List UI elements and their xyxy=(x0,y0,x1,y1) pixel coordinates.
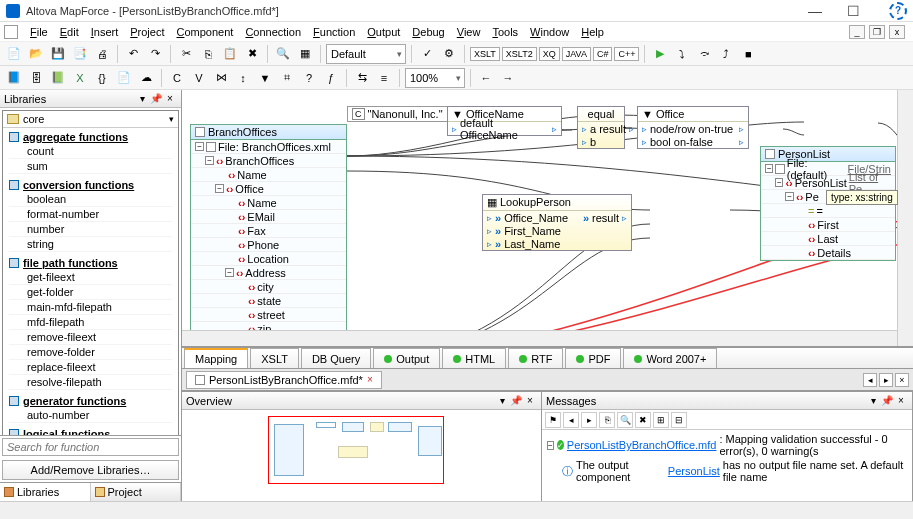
maptab-xslt[interactable]: XSLT xyxy=(250,348,299,368)
insert-db-icon[interactable]: 🗄 xyxy=(26,68,46,88)
msg-expand-icon[interactable]: ⊞ xyxy=(653,412,669,428)
tree-row[interactable]: −File: BranchOffices.xml xyxy=(191,140,346,154)
menu-file[interactable]: File xyxy=(24,24,54,40)
mapping-canvas[interactable]: C "Nanonull, Inc." BranchOffices −File: … xyxy=(182,90,913,347)
expand-icon[interactable]: − xyxy=(765,164,773,173)
insert-edi-icon[interactable]: 📗 xyxy=(48,68,68,88)
function-lookupperson[interactable]: ▦LookupPerson ▹»Office_Name» result▹ ▹»F… xyxy=(482,194,632,251)
msg-prev-icon[interactable]: ◂ xyxy=(563,412,579,428)
menu-output[interactable]: Output xyxy=(361,24,406,40)
open-icon[interactable]: 📂 xyxy=(26,44,46,64)
mdi-close-button[interactable]: x xyxy=(889,25,905,39)
find-icon[interactable]: 🔍 xyxy=(273,44,293,64)
msg-filter-icon[interactable]: ⚑ xyxy=(545,412,561,428)
tree-row[interactable]: ‹›Name xyxy=(191,196,346,210)
panel-close-icon[interactable]: × xyxy=(163,92,177,106)
library-function-item[interactable]: boolean xyxy=(9,192,172,207)
overview-canvas[interactable] xyxy=(182,410,541,501)
library-group-header[interactable]: generator functions xyxy=(9,394,172,408)
insert-filter-icon[interactable]: ▼ xyxy=(255,68,275,88)
maptab-mapping[interactable]: Mapping xyxy=(184,348,248,368)
menu-insert[interactable]: Insert xyxy=(85,24,125,40)
menu-function[interactable]: Function xyxy=(307,24,361,40)
lang-c++-button[interactable]: C++ xyxy=(614,47,639,61)
back-icon[interactable]: ← xyxy=(476,68,496,88)
validate-icon[interactable]: ✓ xyxy=(417,44,437,64)
tree-row[interactable]: −‹›BranchOffices xyxy=(191,154,346,168)
panel-close-icon[interactable]: × xyxy=(523,394,537,408)
tree-row[interactable]: −‹›Office xyxy=(191,182,346,196)
generate-icon[interactable]: ⚙ xyxy=(439,44,459,64)
pin-icon[interactable]: ▾ xyxy=(866,394,880,408)
tree-row[interactable]: ‹›Name xyxy=(191,168,346,182)
mdi-minimize-button[interactable]: _ xyxy=(849,25,865,39)
library-function-item[interactable]: mfd-filepath xyxy=(9,315,172,330)
project-tab[interactable]: Project xyxy=(91,483,182,501)
tab-close-button[interactable]: × xyxy=(895,373,909,387)
menu-view[interactable]: View xyxy=(451,24,487,40)
tree-row[interactable]: == xyxy=(761,204,895,218)
insert-if-icon[interactable]: ? xyxy=(299,68,319,88)
lang-java-button[interactable]: JAVA xyxy=(562,47,591,61)
undo-icon[interactable]: ↶ xyxy=(123,44,143,64)
library-group-header[interactable]: file path functions xyxy=(9,256,172,270)
menu-project[interactable]: Project xyxy=(124,24,170,40)
paste-icon[interactable]: 📋 xyxy=(220,44,240,64)
delete-icon[interactable]: ✖ xyxy=(242,44,262,64)
tree-row[interactable]: ‹›First xyxy=(761,218,895,232)
debug-over-icon[interactable]: ⤼ xyxy=(694,44,714,64)
panel-close-icon[interactable]: × xyxy=(894,394,908,408)
library-function-item[interactable]: main-mfd-filepath xyxy=(9,300,172,315)
autohide-icon[interactable]: 📌 xyxy=(509,394,523,408)
new-icon[interactable]: 📄 xyxy=(4,44,24,64)
message-link[interactable]: PersonListByBranchOffice.mfd xyxy=(567,439,717,451)
component-branchoffices[interactable]: BranchOffices −File: BranchOffices.xml−‹… xyxy=(190,124,347,347)
maximize-button[interactable]: ☐ xyxy=(841,3,865,19)
menu-connection[interactable]: Connection xyxy=(239,24,307,40)
library-function-item[interactable]: get-fileext xyxy=(9,270,172,285)
message-row[interactable]: − ✓ PersonListByBranchOffice.mfd : Mappi… xyxy=(544,432,910,458)
lang-xslt-button[interactable]: XSLT xyxy=(470,47,500,61)
canvas-scrollbar-vertical[interactable] xyxy=(897,90,913,346)
insert-text-icon[interactable]: 📄 xyxy=(114,68,134,88)
tree-row[interactable]: −‹›PersonListList of Pe xyxy=(761,176,895,190)
function-equal[interactable]: equal ▹aresult▹ ▹b xyxy=(577,106,625,149)
insert-var-icon[interactable]: V xyxy=(189,68,209,88)
expand-icon[interactable]: − xyxy=(215,184,224,193)
library-function-item[interactable]: remove-fileext xyxy=(9,330,172,345)
maptab-html[interactable]: HTML xyxy=(442,348,506,368)
maptab-db-query[interactable]: DB Query xyxy=(301,348,371,368)
message-row[interactable]: ⓘ The output component PersonList has no… xyxy=(544,458,910,484)
saveall-icon[interactable]: 📑 xyxy=(70,44,90,64)
library-function-item[interactable]: format-number xyxy=(9,207,172,222)
library-function-item[interactable]: count xyxy=(9,144,172,159)
menu-window[interactable]: Window xyxy=(524,24,575,40)
menu-debug[interactable]: Debug xyxy=(406,24,450,40)
expand-icon[interactable]: − xyxy=(785,192,794,201)
library-function-item[interactable]: auto-number xyxy=(9,408,172,423)
libraries-tab[interactable]: Libraries xyxy=(0,483,91,501)
minimize-button[interactable]: — xyxy=(803,3,827,19)
library-group-header[interactable]: aggregate functions xyxy=(9,130,172,144)
run-icon[interactable]: ▶ xyxy=(650,44,670,64)
tree-row[interactable]: ‹›EMail xyxy=(191,210,346,224)
library-function-item[interactable]: resolve-filepath xyxy=(9,375,172,390)
insert-sql-icon[interactable]: ⌗ xyxy=(277,68,297,88)
insert-fn-icon[interactable]: ƒ xyxy=(321,68,341,88)
library-function-item[interactable]: number xyxy=(9,222,172,237)
tab-prev-button[interactable]: ◂ xyxy=(863,373,877,387)
pin-icon[interactable]: ▾ xyxy=(495,394,509,408)
library-function-item[interactable]: string xyxy=(9,237,172,252)
autohide-icon[interactable]: 📌 xyxy=(880,394,894,408)
tree-row[interactable]: ‹›Location xyxy=(191,252,346,266)
tree-row[interactable]: ‹›Last xyxy=(761,232,895,246)
save-icon[interactable]: 💾 xyxy=(48,44,68,64)
library-function-item[interactable]: remove-folder xyxy=(9,345,172,360)
maptab-word-2007+[interactable]: Word 2007+ xyxy=(623,348,717,368)
insert-join-icon[interactable]: ⋈ xyxy=(211,68,231,88)
expand-icon[interactable]: − xyxy=(205,156,214,165)
component-officename[interactable]: ▼OfficeName ▹default OfficeName▹ xyxy=(447,106,562,136)
library-function-item[interactable]: sum xyxy=(9,159,172,174)
library-core-header[interactable]: core ▾ xyxy=(3,111,178,128)
library-search-input[interactable] xyxy=(2,438,179,456)
